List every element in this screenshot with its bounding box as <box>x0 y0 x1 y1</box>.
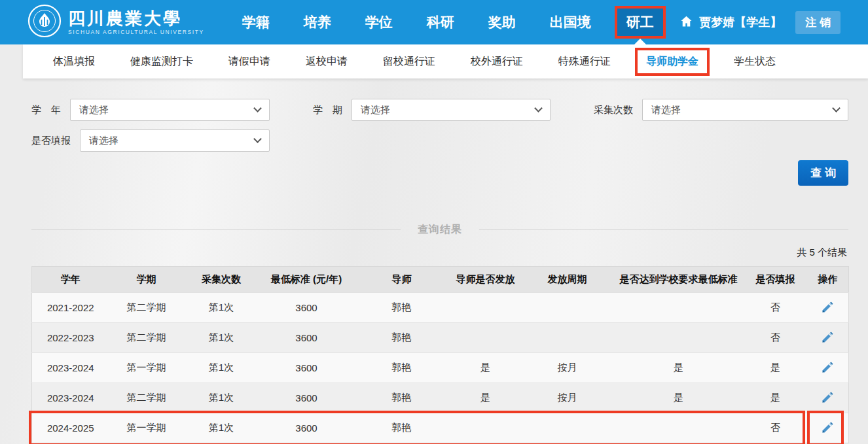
cell-paid <box>450 413 522 443</box>
main-content: 学 年 请选择 学 期 请选择 采集次数 请选择 是否填报 请选择 <box>0 99 868 443</box>
cell-filled: 是 <box>744 353 807 383</box>
pencil-edit-icon[interactable] <box>820 330 835 345</box>
cell-paid: 是 <box>450 353 522 383</box>
cell-collection: 第1次 <box>184 413 259 443</box>
table-row: 2021-2022 第二学期 第1次 3600 郭艳 否 <box>32 293 849 323</box>
cell-year: 2022-2023 <box>32 323 109 353</box>
cell-pay-cycle <box>522 323 613 353</box>
cell-term: 第一学期 <box>109 413 184 443</box>
filled-select[interactable]: 请选择 <box>80 129 270 152</box>
col-header-collection: 采集次数 <box>184 267 259 293</box>
cell-filled: 否 <box>744 293 807 323</box>
nav-item-yangong-active[interactable]: 研工 <box>615 6 666 39</box>
nav-item-xuewei[interactable]: 学位 <box>365 13 393 31</box>
cell-meets-standard <box>613 323 744 353</box>
pencil-edit-icon[interactable] <box>820 299 835 315</box>
year-select[interactable]: 请选择 <box>70 99 270 121</box>
university-logo: 四川農業大學 SICHUAN AGRICULTURAL UNIVERSITY <box>27 4 204 41</box>
tab-teshu-tongxingzheng[interactable]: 特殊通行证 <box>558 55 611 69</box>
tab-xiaowai-tongxingzheng[interactable]: 校外通行证 <box>471 55 523 69</box>
col-header-min-standard: 最低标准 (元/年) <box>259 267 354 293</box>
tab-xuesheng-zhuangtai[interactable]: 学生状态 <box>734 55 776 69</box>
year-select-value: 请选择 <box>79 104 109 116</box>
filter-form: 学 年 请选择 学 期 请选择 采集次数 请选择 是否填报 请选择 <box>31 99 848 152</box>
nav-item-jiangzhu[interactable]: 奖助 <box>488 13 516 31</box>
cell-action <box>807 293 849 323</box>
tab-jiankang-jiance[interactable]: 健康监测打卡 <box>130 55 193 69</box>
cell-action <box>807 323 849 353</box>
cell-supervisor: 郭艳 <box>354 353 450 383</box>
table-header-row: 学年 学期 采集次数 最低标准 (元/年) 导师 导师是否发放 发放周期 是否达… <box>32 267 849 293</box>
pencil-edit-icon[interactable] <box>820 360 835 375</box>
tab-daoshi-zhuxuejin-active[interactable]: 导师助学金 <box>635 48 710 76</box>
cell-min-standard: 3600 <box>259 293 354 323</box>
col-header-paid: 导师是否发放 <box>450 267 522 293</box>
cell-action <box>807 383 849 413</box>
tab-qingjia-shenqing[interactable]: 请假申请 <box>228 55 270 69</box>
cell-pay-cycle: 按月 <box>522 383 613 413</box>
logo-english-name: SICHUAN AGRICULTURAL UNIVERSITY <box>68 29 204 35</box>
cell-collection: 第1次 <box>184 353 259 383</box>
cell-collection: 第1次 <box>184 293 259 323</box>
table-row: 2022-2023 第二学期 第1次 3600 郭艳 否 <box>32 323 849 353</box>
logo-chinese-name: 四川農業大學 <box>68 9 204 28</box>
pencil-edit-icon[interactable] <box>820 420 835 435</box>
table-row: 2023-2024 第一学期 第1次 3600 郭艳 是 按月 是 是 <box>32 353 849 383</box>
cell-supervisor: 郭艳 <box>354 413 450 443</box>
term-select[interactable]: 请选择 <box>352 99 551 121</box>
divider-line <box>479 230 848 230</box>
nav-item-xueji[interactable]: 学籍 <box>242 13 270 31</box>
main-nav: 学籍 培养 学位 科研 奖助 出国境 研工 <box>242 6 655 39</box>
tab-liuxiao-tongxingzheng[interactable]: 留校通行证 <box>383 55 435 69</box>
cell-term: 第二学期 <box>109 383 184 413</box>
filled-label: 是否填报 <box>31 135 71 147</box>
cell-filled: 是 <box>744 383 807 413</box>
tab-fanxiao-shenqing[interactable]: 返校申请 <box>306 55 348 69</box>
top-navigation-bar: 四川農業大學 SICHUAN AGRICULTURAL UNIVERSITY 学… <box>0 0 868 44</box>
results-table-container: 学年 学期 采集次数 最低标准 (元/年) 导师 导师是否发放 发放周期 是否达… <box>31 266 848 443</box>
logged-in-user: 贾梦婧【学生】 <box>699 14 782 30</box>
results-count: 共 5 个结果 <box>31 247 847 259</box>
cell-year: 2023-2024 <box>32 383 109 413</box>
col-header-action: 操作 <box>807 267 849 293</box>
university-seal-icon <box>27 4 62 41</box>
query-button[interactable]: 查 询 <box>798 160 848 186</box>
cell-term: 第一学期 <box>109 353 184 383</box>
tab-tiwen-tianbao[interactable]: 体温填报 <box>53 55 95 69</box>
term-select-value: 请选择 <box>361 104 390 116</box>
nav-item-peiyang[interactable]: 培养 <box>304 13 331 31</box>
year-label: 学 年 <box>31 104 61 116</box>
cell-paid: 是 <box>450 383 522 413</box>
active-nav-caret <box>634 39 646 44</box>
cell-meets-standard: 是 <box>613 383 744 413</box>
cell-supervisor: 郭艳 <box>354 323 450 353</box>
cell-meets-standard <box>613 293 744 323</box>
cell-collection: 第1次 <box>184 323 259 353</box>
nav-item-keyan[interactable]: 科研 <box>427 13 454 31</box>
cell-supervisor: 郭艳 <box>354 293 450 323</box>
filter-group-collection-count: 采集次数 请选择 <box>594 99 848 121</box>
cell-filled: 否 <box>744 413 807 443</box>
cell-paid <box>450 323 522 353</box>
filter-group-filled: 是否填报 请选择 <box>31 129 270 152</box>
results-section-title: 查询结果 <box>418 223 462 237</box>
cell-meets-standard: 是 <box>613 353 744 383</box>
home-icon[interactable] <box>679 14 693 31</box>
pencil-edit-icon[interactable] <box>820 390 835 405</box>
cell-filled: 否 <box>744 323 807 353</box>
col-header-year: 学年 <box>32 267 109 293</box>
col-header-meets-standard: 是否达到学校要求最低标准 <box>613 267 744 293</box>
user-area: 贾梦婧【学生】 注 销 <box>679 11 841 34</box>
logout-button[interactable]: 注 销 <box>795 11 841 34</box>
cell-min-standard: 3600 <box>259 413 354 443</box>
secondary-tab-bar: 体温填报 健康监测打卡 请假申请 返校申请 留校通行证 校外通行证 特殊通行证 … <box>23 44 868 78</box>
term-label: 学 期 <box>313 104 342 116</box>
cell-paid <box>450 293 522 323</box>
collection-count-select[interactable]: 请选择 <box>642 99 848 121</box>
cell-action <box>807 353 849 383</box>
col-header-term: 学期 <box>109 267 184 293</box>
nav-item-chuguojing[interactable]: 出国境 <box>550 13 591 31</box>
cell-term: 第二学期 <box>109 293 184 323</box>
cell-supervisor: 郭艳 <box>354 383 450 413</box>
table-row: 2023-2024 第二学期 第1次 3600 郭艳 是 按月 是 是 <box>32 383 849 413</box>
